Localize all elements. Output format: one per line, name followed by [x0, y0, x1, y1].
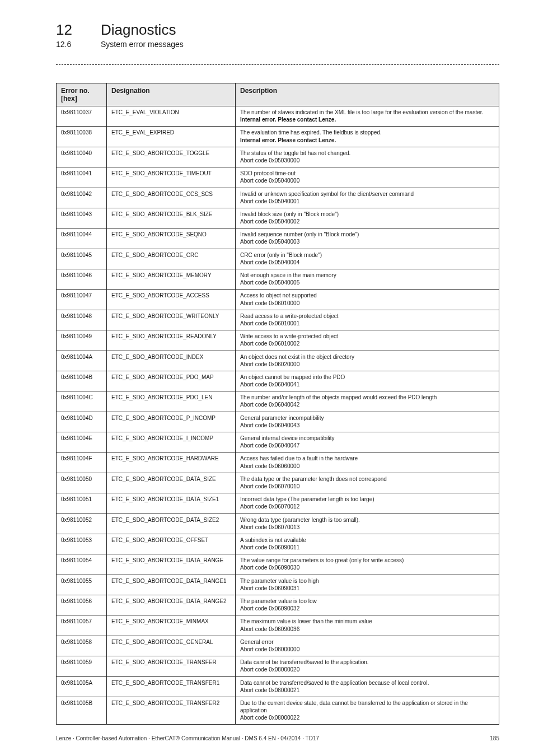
- cell-designation: ETC_E_SDO_ABORTCODE_TRANSFER1: [107, 676, 236, 697]
- table-row: 0x9811004BETC_E_SDO_ABORTCODE_PDO_MAPAn …: [57, 371, 499, 391]
- cell-error-no: 0x98110053: [57, 534, 107, 554]
- cell-designation: ETC_E_SDO_ABORTCODE_TOGGLE: [107, 147, 236, 167]
- table-row: 0x98110052ETC_E_SDO_ABORTCODE_DATA_SIZE2…: [57, 514, 499, 534]
- cell-error-no: 0x98110057: [57, 615, 107, 636]
- cell-error-no: 0x98110051: [57, 493, 107, 514]
- cell-designation: ETC_E_SDO_ABORTCODE_I_INCOMP: [107, 432, 236, 452]
- cell-error-no: 0x98110056: [57, 595, 107, 615]
- cell-description: The evaluation time has expired. The fie…: [236, 127, 499, 147]
- cell-description: Invalid block size (only in "Block mode"…: [236, 208, 499, 228]
- cell-error-no: 0x98110044: [57, 228, 107, 249]
- th-description: Description: [236, 83, 499, 106]
- table-row: 0x98110047ETC_E_SDO_ABORTCODE_ACCESSAcce…: [57, 290, 499, 310]
- cell-description: An object does not exist in the object d…: [236, 351, 499, 371]
- table-row: 0x98110056ETC_E_SDO_ABORTCODE_DATA_RANGE…: [57, 595, 499, 615]
- cell-error-no: 0x98110041: [57, 167, 107, 188]
- cell-designation: ETC_E_SDO_ABORTCODE_DATA_SIZE1: [107, 493, 236, 514]
- cell-description: Invalid sequence number (only in "Block …: [236, 228, 499, 249]
- cell-designation: ETC_E_SDO_ABORTCODE_READONLY: [107, 330, 236, 351]
- cell-description: CRC error (only in "Block mode")Abort co…: [236, 249, 499, 269]
- table-header-row: Error no. [hex] Designation Description: [57, 83, 499, 106]
- section-number: 12.6: [56, 40, 101, 49]
- cell-designation: ETC_E_SDO_ABORTCODE_MINMAX: [107, 615, 236, 636]
- table-row: 0x98110041ETC_E_SDO_ABORTCODE_TIMEOUTSDO…: [57, 167, 499, 188]
- table-row: 0x9811005AETC_E_SDO_ABORTCODE_TRANSFER1D…: [57, 676, 499, 697]
- cell-error-no: 0x98110059: [57, 656, 107, 676]
- table-row: 0x98110053ETC_E_SDO_ABORTCODE_OFFSETA su…: [57, 534, 499, 554]
- table-row: 0x98110050ETC_E_SDO_ABORTCODE_DATA_SIZET…: [57, 473, 499, 493]
- table-row: 0x98110049ETC_E_SDO_ABORTCODE_READONLYWr…: [57, 330, 499, 351]
- table-row: 0x98110059ETC_E_SDO_ABORTCODE_TRANSFERDa…: [57, 656, 499, 676]
- cell-designation: ETC_E_SDO_ABORTCODE_DATA_SIZE2: [107, 514, 236, 534]
- cell-error-no: 0x9811005B: [57, 697, 107, 725]
- cell-error-no: 0x9811004C: [57, 391, 107, 412]
- cell-error-no: 0x98110043: [57, 208, 107, 228]
- cell-error-no: 0x9811004D: [57, 412, 107, 432]
- cell-designation: ETC_E_SDO_ABORTCODE_GENERAL: [107, 636, 236, 656]
- cell-error-no: 0x98110042: [57, 188, 107, 208]
- cell-error-no: 0x98110045: [57, 249, 107, 269]
- cell-designation: ETC_E_SDO_ABORTCODE_OFFSET: [107, 534, 236, 554]
- cell-description: The number of slaves indicated in the XM…: [236, 106, 499, 127]
- cell-error-no: 0x98110037: [57, 106, 107, 127]
- cell-description: The number and/or length of the objects …: [236, 391, 499, 412]
- cell-designation: ETC_E_SDO_ABORTCODE_PDO_MAP: [107, 371, 236, 391]
- cell-designation: ETC_E_SDO_ABORTCODE_BLK_SIZE: [107, 208, 236, 228]
- table-row: 0x98110037ETC_E_EVAL_VIOLATIONThe number…: [57, 106, 499, 127]
- cell-description: A subindex is not availableAbort code 0x…: [236, 534, 499, 554]
- table-row: 0x9811004FETC_E_SDO_ABORTCODE_HARDWAREAc…: [57, 452, 499, 473]
- cell-error-no: 0x9811004E: [57, 432, 107, 452]
- cell-description: Due to the current device state, data ca…: [236, 697, 499, 725]
- table-row: 0x9811004AETC_E_SDO_ABORTCODE_INDEXAn ob…: [57, 351, 499, 371]
- cell-error-no: 0x98110048: [57, 310, 107, 330]
- cell-description: SDO protocol time-outAbort code 0x050400…: [236, 167, 499, 188]
- cell-description: General parameter incompatibilityAbort c…: [236, 412, 499, 432]
- cell-designation: ETC_E_SDO_ABORTCODE_DATA_SIZE: [107, 473, 236, 493]
- cell-designation: ETC_E_SDO_ABORTCODE_DATA_RANGE2: [107, 595, 236, 615]
- divider: [56, 64, 499, 65]
- table-row: 0x98110048ETC_E_SDO_ABORTCODE_WRITEONLYR…: [57, 310, 499, 330]
- cell-designation: ETC_E_SDO_ABORTCODE_WRITEONLY: [107, 310, 236, 330]
- chapter-number: 12: [56, 21, 101, 39]
- cell-description: The data type or the parameter length do…: [236, 473, 499, 493]
- cell-designation: ETC_E_SDO_ABORTCODE_TIMEOUT: [107, 167, 236, 188]
- cell-description: Access to object not supportedAbort code…: [236, 290, 499, 310]
- cell-description: An object cannot be mapped into the PDOA…: [236, 371, 499, 391]
- cell-designation: ETC_E_SDO_ABORTCODE_PDO_LEN: [107, 391, 236, 412]
- cell-error-no: 0x98110038: [57, 127, 107, 147]
- table-row: 0x9811004EETC_E_SDO_ABORTCODE_I_INCOMPGe…: [57, 432, 499, 452]
- table-row: 0x98110057ETC_E_SDO_ABORTCODE_MINMAXThe …: [57, 615, 499, 636]
- chapter-title: Diagnostics: [101, 21, 176, 39]
- cell-designation: ETC_E_EVAL_EXPIRED: [107, 127, 236, 147]
- cell-error-no: 0x98110054: [57, 554, 107, 575]
- cell-error-no: 0x9811004B: [57, 371, 107, 391]
- cell-designation: ETC_E_SDO_ABORTCODE_CCS_SCS: [107, 188, 236, 208]
- error-table: Error no. [hex] Designation Description …: [56, 83, 499, 725]
- th-designation: Designation: [107, 83, 236, 106]
- cell-designation: ETC_E_SDO_ABORTCODE_ACCESS: [107, 290, 236, 310]
- cell-description: Write access to a write-protected object…: [236, 330, 499, 351]
- cell-description: The parameter value is too highAbort cod…: [236, 575, 499, 595]
- th-error-no: Error no. [hex]: [57, 83, 107, 106]
- table-row: 0x98110058ETC_E_SDO_ABORTCODE_GENERALGen…: [57, 636, 499, 656]
- page-number: 185: [490, 735, 499, 741]
- cell-description: The parameter value is too lowAbort code…: [236, 595, 499, 615]
- cell-error-no: 0x98110058: [57, 636, 107, 656]
- cell-designation: ETC_E_SDO_ABORTCODE_DATA_RANGE1: [107, 575, 236, 595]
- table-row: 0x98110045ETC_E_SDO_ABORTCODE_CRCCRC err…: [57, 249, 499, 269]
- cell-error-no: 0x98110046: [57, 269, 107, 290]
- cell-description: The maximum value is lower than the mini…: [236, 615, 499, 636]
- cell-error-no: 0x9811005A: [57, 676, 107, 697]
- cell-error-no: 0x98110040: [57, 147, 107, 167]
- table-row: 0x98110040ETC_E_SDO_ABORTCODE_TOGGLEThe …: [57, 147, 499, 167]
- cell-designation: ETC_E_SDO_ABORTCODE_P_INCOMP: [107, 412, 236, 432]
- cell-designation: ETC_E_SDO_ABORTCODE_TRANSFER: [107, 656, 236, 676]
- cell-description: Not enough space in the main memoryAbort…: [236, 269, 499, 290]
- table-row: 0x98110043ETC_E_SDO_ABORTCODE_BLK_SIZEIn…: [57, 208, 499, 228]
- cell-description: Data cannot be transferred/saved to the …: [236, 676, 499, 697]
- footer-text: Lenze · Controller-based Automation · Et…: [56, 735, 319, 741]
- table-row: 0x98110042ETC_E_SDO_ABORTCODE_CCS_SCSInv…: [57, 188, 499, 208]
- cell-error-no: 0x98110047: [57, 290, 107, 310]
- cell-error-no: 0x9811004A: [57, 351, 107, 371]
- cell-designation: ETC_E_SDO_ABORTCODE_INDEX: [107, 351, 236, 371]
